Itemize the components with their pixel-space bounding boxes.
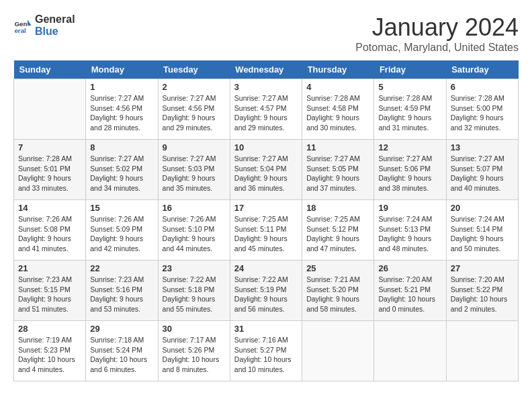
day-number: 22 (90, 263, 153, 273)
day-info: Sunrise: 7:28 AM Sunset: 4:59 PM Dayligh… (378, 93, 441, 133)
day-info: Sunrise: 7:27 AM Sunset: 5:07 PM Dayligh… (451, 154, 514, 193)
day-number: 31 (234, 324, 298, 334)
day-number: 21 (18, 263, 81, 273)
calendar-cell: 30Sunrise: 7:17 AM Sunset: 5:26 PM Dayli… (158, 321, 230, 381)
day-number: 12 (378, 142, 441, 152)
day-number: 24 (234, 263, 298, 273)
calendar-cell: 24Sunrise: 7:22 AM Sunset: 5:19 PM Dayli… (230, 261, 302, 321)
calendar-subtitle: Potomac, Maryland, United States (355, 42, 519, 54)
day-number: 11 (306, 142, 369, 152)
calendar-cell: 31Sunrise: 7:16 AM Sunset: 5:27 PM Dayli… (230, 321, 302, 381)
title-block: January 2024 Potomac, Maryland, United S… (355, 13, 519, 54)
svg-marker-2 (28, 19, 32, 25)
day-number: 2 (163, 82, 226, 92)
weekday-header: Sunday (14, 60, 86, 79)
calendar-cell: 12Sunrise: 7:27 AM Sunset: 5:06 PM Dayli… (374, 140, 446, 200)
calendar-cell: 3Sunrise: 7:27 AM Sunset: 4:57 PM Daylig… (230, 79, 302, 140)
day-number: 25 (306, 263, 369, 273)
calendar-week-row: 14Sunrise: 7:26 AM Sunset: 5:08 PM Dayli… (14, 200, 519, 261)
calendar-cell: 6Sunrise: 7:28 AM Sunset: 5:00 PM Daylig… (446, 79, 518, 140)
calendar-cell: 18Sunrise: 7:25 AM Sunset: 5:12 PM Dayli… (302, 200, 374, 261)
calendar-header-row: SundayMondayTuesdayWednesdayThursdayFrid… (14, 60, 519, 79)
calendar-cell: 1Sunrise: 7:27 AM Sunset: 4:56 PM Daylig… (86, 79, 158, 140)
calendar-cell: 16Sunrise: 7:26 AM Sunset: 5:10 PM Dayli… (158, 200, 230, 261)
calendar-body: 1Sunrise: 7:27 AM Sunset: 4:56 PM Daylig… (14, 79, 519, 381)
calendar-cell: 27Sunrise: 7:20 AM Sunset: 5:22 PM Dayli… (446, 261, 518, 321)
weekday-header: Saturday (446, 60, 518, 79)
svg-text:eral: eral (14, 27, 26, 34)
calendar-cell: 21Sunrise: 7:23 AM Sunset: 5:15 PM Dayli… (14, 261, 86, 321)
calendar-cell: 5Sunrise: 7:28 AM Sunset: 4:59 PM Daylig… (374, 79, 446, 140)
calendar-cell: 23Sunrise: 7:22 AM Sunset: 5:18 PM Dayli… (158, 261, 230, 321)
day-info: Sunrise: 7:23 AM Sunset: 5:16 PM Dayligh… (90, 275, 153, 314)
day-number: 9 (163, 142, 226, 152)
day-info: Sunrise: 7:21 AM Sunset: 5:20 PM Dayligh… (306, 275, 369, 314)
calendar-title: January 2024 (355, 13, 519, 42)
calendar-cell: 26Sunrise: 7:20 AM Sunset: 5:21 PM Dayli… (374, 261, 446, 321)
day-info: Sunrise: 7:27 AM Sunset: 5:03 PM Dayligh… (163, 154, 226, 193)
day-number: 20 (451, 203, 514, 213)
day-info: Sunrise: 7:26 AM Sunset: 5:10 PM Dayligh… (163, 214, 226, 254)
day-info: Sunrise: 7:20 AM Sunset: 5:22 PM Dayligh… (451, 275, 514, 314)
day-info: Sunrise: 7:28 AM Sunset: 5:01 PM Dayligh… (18, 154, 81, 193)
day-number: 5 (378, 82, 441, 92)
logo: Gen eral General Blue (13, 13, 75, 37)
day-info: Sunrise: 7:27 AM Sunset: 5:02 PM Dayligh… (90, 154, 153, 193)
day-info: Sunrise: 7:22 AM Sunset: 5:19 PM Dayligh… (234, 275, 298, 314)
day-info: Sunrise: 7:27 AM Sunset: 4:56 PM Dayligh… (163, 93, 226, 133)
calendar-cell: 19Sunrise: 7:24 AM Sunset: 5:13 PM Dayli… (374, 200, 446, 261)
weekday-header: Monday (86, 60, 158, 79)
day-info: Sunrise: 7:19 AM Sunset: 5:23 PM Dayligh… (18, 335, 81, 375)
weekday-header: Friday (374, 60, 446, 79)
calendar-week-row: 1Sunrise: 7:27 AM Sunset: 4:56 PM Daylig… (14, 79, 519, 140)
day-info: Sunrise: 7:28 AM Sunset: 5:00 PM Dayligh… (451, 93, 514, 133)
logo-icon: Gen eral (13, 16, 32, 35)
day-number: 16 (163, 203, 226, 213)
day-info: Sunrise: 7:22 AM Sunset: 5:18 PM Dayligh… (163, 275, 226, 314)
logo-line2: Blue (35, 26, 75, 38)
calendar-cell: 15Sunrise: 7:26 AM Sunset: 5:09 PM Dayli… (86, 200, 158, 261)
day-number: 29 (90, 324, 153, 334)
calendar-cell: 2Sunrise: 7:27 AM Sunset: 4:56 PM Daylig… (158, 79, 230, 140)
calendar-cell: 11Sunrise: 7:27 AM Sunset: 5:05 PM Dayli… (302, 140, 374, 200)
weekday-header: Tuesday (158, 60, 230, 79)
day-number: 7 (18, 142, 81, 152)
calendar-cell: 4Sunrise: 7:28 AM Sunset: 4:58 PM Daylig… (302, 79, 374, 140)
day-number: 27 (451, 263, 514, 273)
day-number: 10 (234, 142, 298, 152)
calendar-cell: 28Sunrise: 7:19 AM Sunset: 5:23 PM Dayli… (14, 321, 86, 381)
day-number: 1 (90, 82, 153, 92)
day-info: Sunrise: 7:27 AM Sunset: 5:04 PM Dayligh… (234, 154, 298, 193)
calendar-cell: 10Sunrise: 7:27 AM Sunset: 5:04 PM Dayli… (230, 140, 302, 200)
day-number: 18 (306, 203, 369, 213)
day-number: 4 (306, 82, 369, 92)
day-info: Sunrise: 7:25 AM Sunset: 5:11 PM Dayligh… (234, 214, 298, 254)
day-info: Sunrise: 7:27 AM Sunset: 4:56 PM Dayligh… (90, 93, 153, 133)
calendar-cell (302, 321, 374, 381)
day-info: Sunrise: 7:26 AM Sunset: 5:08 PM Dayligh… (18, 214, 81, 254)
day-info: Sunrise: 7:24 AM Sunset: 5:13 PM Dayligh… (378, 214, 441, 254)
weekday-header: Wednesday (230, 60, 302, 79)
day-number: 17 (234, 203, 298, 213)
day-number: 28 (18, 324, 81, 334)
day-info: Sunrise: 7:28 AM Sunset: 4:58 PM Dayligh… (306, 93, 369, 133)
calendar-cell: 14Sunrise: 7:26 AM Sunset: 5:08 PM Dayli… (14, 200, 86, 261)
page-header: Gen eral General Blue January 2024 Potom… (13, 13, 519, 54)
calendar-cell: 22Sunrise: 7:23 AM Sunset: 5:16 PM Dayli… (86, 261, 158, 321)
calendar-cell: 7Sunrise: 7:28 AM Sunset: 5:01 PM Daylig… (14, 140, 86, 200)
day-number: 30 (163, 324, 226, 334)
calendar-cell: 13Sunrise: 7:27 AM Sunset: 5:07 PM Dayli… (446, 140, 518, 200)
day-number: 6 (451, 82, 514, 92)
calendar-week-row: 7Sunrise: 7:28 AM Sunset: 5:01 PM Daylig… (14, 140, 519, 200)
day-info: Sunrise: 7:24 AM Sunset: 5:14 PM Dayligh… (451, 214, 514, 254)
day-number: 23 (163, 263, 226, 273)
day-info: Sunrise: 7:26 AM Sunset: 5:09 PM Dayligh… (90, 214, 153, 254)
day-info: Sunrise: 7:27 AM Sunset: 4:57 PM Dayligh… (234, 93, 298, 133)
day-info: Sunrise: 7:17 AM Sunset: 5:26 PM Dayligh… (163, 335, 226, 375)
calendar-cell (446, 321, 518, 381)
logo-line1: General (35, 13, 75, 26)
day-number: 15 (90, 203, 153, 213)
day-number: 3 (234, 82, 298, 92)
day-number: 19 (378, 203, 441, 213)
day-info: Sunrise: 7:27 AM Sunset: 5:05 PM Dayligh… (306, 154, 369, 193)
